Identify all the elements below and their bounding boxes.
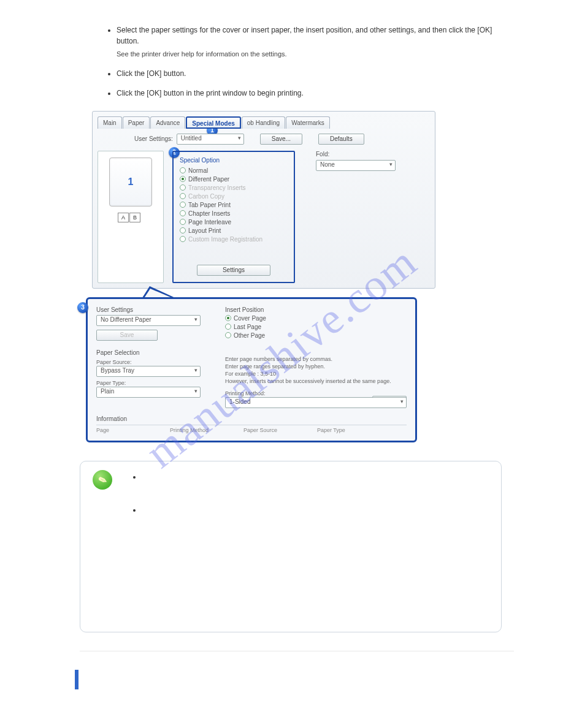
section-heading-bar xyxy=(75,670,514,689)
info-table-header: Page Printing Method Paper Source Paper … xyxy=(96,425,407,433)
note-item xyxy=(142,472,488,481)
print-dialog: Main Paper Advance Special Modes ob Hand… xyxy=(92,111,435,289)
user-settings-label-2: User Settings xyxy=(96,306,201,313)
special-radio-list: NormalDifferent PaperTransparency Insert… xyxy=(180,167,288,243)
tab-job-handling[interactable]: ob Handling xyxy=(242,116,285,129)
radio-chapter-inserts[interactable]: Chapter Inserts xyxy=(180,210,288,217)
ab-icons: A B xyxy=(118,213,144,222)
paper-source-label: Paper Source: xyxy=(96,358,201,366)
user-settings-dropdown-2[interactable]: No Different Paper xyxy=(96,315,201,326)
insert-position-radios: Cover PageLast PageOther Page xyxy=(225,315,266,339)
radio-cover-page[interactable]: Cover Page xyxy=(225,315,266,322)
radio-page-interleave[interactable]: Page Interleave xyxy=(180,219,288,226)
settings-callout: 3 User Settings No Different Paper Save … xyxy=(92,297,435,443)
radio-normal[interactable]: Normal xyxy=(180,167,288,174)
radio-different-paper[interactable]: Different Paper xyxy=(180,176,288,183)
special-option-title: Special Option xyxy=(180,157,288,164)
radio-transparency-inserts: Transparency Inserts xyxy=(180,184,288,191)
insert-position-label: Insert Position xyxy=(225,306,266,313)
step-item: Select the paper settings for the cover … xyxy=(117,25,514,59)
fold-dropdown[interactable]: None xyxy=(316,160,396,171)
save-button-2[interactable]: Save xyxy=(96,330,158,341)
note-item xyxy=(142,506,488,514)
fold-group: Fold: None xyxy=(316,151,396,283)
page-preview: 1 A B xyxy=(98,151,164,283)
note-box: ✎ xyxy=(80,461,502,632)
tab-bar: Main Paper Advance Special Modes ob Hand… xyxy=(98,116,430,129)
user-settings-label: User Settings: xyxy=(134,135,173,142)
step-item: Click the [OK] button. xyxy=(117,68,514,79)
save-button[interactable]: Save... xyxy=(260,134,302,145)
tab-main[interactable]: Main xyxy=(98,116,122,129)
step-sub: See the printer driver help for informat… xyxy=(117,49,514,59)
paper-source-dropdown[interactable]: Bypass Tray xyxy=(96,366,201,377)
preview-page: 1 xyxy=(109,157,152,207)
tab-advance[interactable]: Advance xyxy=(150,116,185,129)
printing-method-dropdown[interactable]: 1-Sided xyxy=(225,397,407,408)
paper-type-label: Paper Type: xyxy=(96,379,201,387)
radio-layout-print[interactable]: Layout Print xyxy=(180,227,288,234)
defaults-button[interactable]: Defaults xyxy=(318,134,364,145)
tab-watermarks[interactable]: Watermarks xyxy=(286,116,330,129)
user-settings-dropdown[interactable]: Untitled xyxy=(177,134,244,145)
paper-selection-label: Paper Selection xyxy=(96,349,201,356)
tip-icon: ✎ xyxy=(93,470,112,490)
radio-carbon-copy: Carbon Copy xyxy=(180,193,288,200)
step-item: Click the [OK] button in the print windo… xyxy=(117,88,514,99)
paper-type-dropdown[interactable]: Plain xyxy=(96,387,201,398)
fold-label: Fold: xyxy=(316,151,396,157)
step-list: Select the paper settings for the cover … xyxy=(80,25,514,99)
badge-3: 3 xyxy=(77,302,88,313)
radio-last-page[interactable]: Last Page xyxy=(225,324,266,330)
page-hint-text: Enter page numbers separated by commas.E… xyxy=(225,355,407,385)
radio-custom-image-registration: Custom Image Registration xyxy=(180,236,288,243)
section-divider xyxy=(80,651,514,651)
settings-button[interactable]: Settings xyxy=(197,265,270,276)
tab-special-modes[interactable]: Special Modes xyxy=(186,116,240,129)
information-label: Information xyxy=(96,415,407,422)
settings-panel: User Settings No Different Paper Save In… xyxy=(86,297,417,443)
special-option-group: Special Option NormalDifferent PaperTran… xyxy=(172,151,295,283)
tab-paper[interactable]: Paper xyxy=(123,116,150,129)
radio-tab-paper-print[interactable]: Tab Paper Print xyxy=(180,202,288,208)
screenshot-figure: Main Paper Advance Special Modes ob Hand… xyxy=(92,111,435,443)
radio-other-page[interactable]: Other Page xyxy=(225,332,266,339)
user-settings-row: User Settings: Untitled Save... Defaults xyxy=(98,134,430,145)
step-text: Select the paper settings for the cover … xyxy=(117,26,492,45)
